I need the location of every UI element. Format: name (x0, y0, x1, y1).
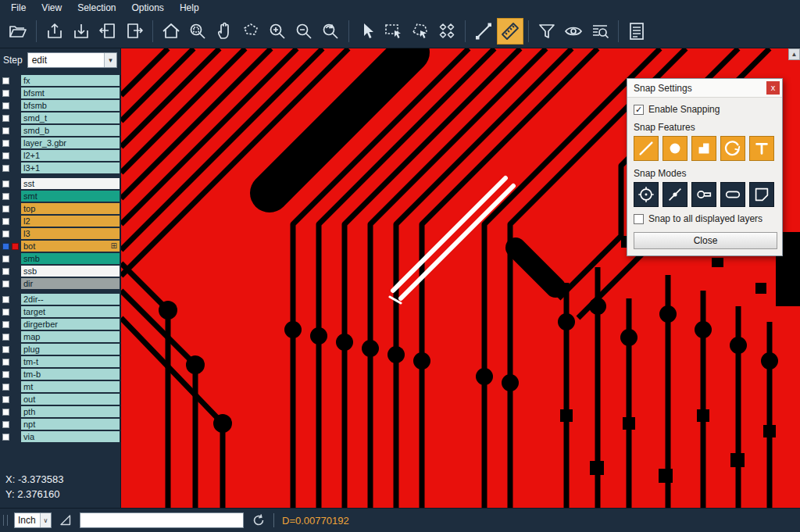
filter-button[interactable] (534, 18, 560, 45)
layer-row-bfsmt[interactable]: bfsmt (0, 87, 120, 98)
snap-feature-pad-button[interactable] (662, 136, 688, 161)
angle-tool-icon[interactable] (59, 514, 72, 527)
layer-label[interactable]: fx (21, 75, 120, 86)
layer-label[interactable]: smt (21, 191, 120, 202)
layer-visible-checkbox[interactable] (2, 243, 9, 250)
menu-help[interactable]: Help (172, 2, 207, 13)
layer-visible-checkbox[interactable] (2, 371, 9, 378)
layer-label[interactable]: ssb (21, 266, 120, 277)
layer-row-top[interactable]: top (0, 203, 120, 214)
layer-row-smb[interactable]: smb (0, 253, 120, 264)
layer-visible-checkbox[interactable] (2, 152, 9, 159)
layer-row-l3+1[interactable]: l3+1 (0, 162, 120, 173)
enable-snapping-checkbox[interactable] (634, 105, 644, 115)
layer-label[interactable]: dirgerber (21, 319, 120, 330)
layer-visible-checkbox[interactable] (2, 205, 9, 212)
layer-label[interactable]: l3+1 (21, 162, 120, 173)
layer-row-tm-b[interactable]: tm-b (0, 369, 120, 380)
command-input[interactable] (80, 512, 244, 528)
layer-row-pth[interactable]: pth (0, 406, 120, 417)
zoom-window-button[interactable] (184, 18, 211, 45)
layer-row-l3[interactable]: l3 (0, 228, 120, 239)
close-icon[interactable]: x (766, 81, 780, 95)
layer-visible-checkbox[interactable] (2, 384, 9, 391)
layer-label[interactable]: target (21, 306, 120, 317)
layer-row-sst[interactable]: sst (0, 178, 120, 189)
layer-row-dir[interactable]: dir (0, 278, 120, 289)
layer-label[interactable]: out (21, 394, 120, 405)
layer-visible-checkbox[interactable] (2, 268, 9, 275)
visibility-button[interactable] (560, 18, 587, 45)
layer-row-ssb[interactable]: ssb (0, 266, 120, 277)
layer-visible-checkbox[interactable] (2, 180, 9, 187)
layer-row-smd_b[interactable]: smd_b (0, 125, 120, 136)
line-tool-button[interactable] (470, 18, 497, 45)
layer-visible-checkbox[interactable] (2, 77, 9, 84)
layer-row-plug[interactable]: plug (0, 344, 120, 355)
layer-visible-checkbox[interactable] (2, 115, 9, 122)
layer-visible-checkbox[interactable] (2, 346, 9, 353)
menu-selection[interactable]: Selection (70, 2, 123, 13)
layer-label[interactable]: smd_t (21, 112, 120, 123)
snap-feature-text-button[interactable] (749, 136, 774, 161)
step-select[interactable]: edit (27, 52, 117, 68)
layer-visible-checkbox[interactable] (2, 434, 9, 441)
chevron-down-icon[interactable] (40, 513, 51, 527)
snap-feature-arc-button[interactable] (720, 136, 745, 161)
snap-mode-slot-button[interactable] (720, 182, 745, 207)
scroll-up-button[interactable] (788, 48, 800, 60)
snap-feature-line-button[interactable] (634, 136, 659, 161)
layer-visible-checkbox[interactable] (2, 165, 9, 172)
layer-row-target[interactable]: target (0, 306, 120, 317)
layer-visible-checkbox[interactable] (2, 421, 9, 428)
layer-visible-checkbox[interactable] (2, 218, 9, 225)
layer-label[interactable]: map (21, 331, 120, 342)
layer-row-bfsmb[interactable]: bfsmb (0, 100, 120, 111)
menu-view[interactable]: View (34, 2, 70, 13)
layer-row-layer_3.gbr[interactable]: layer_3.gbr (0, 137, 120, 148)
layer-visible-checkbox[interactable] (2, 102, 9, 109)
layer-visible-checkbox[interactable] (2, 396, 9, 403)
layer-label[interactable]: bfsmb (21, 100, 120, 111)
layer-visible-checkbox[interactable] (2, 409, 9, 416)
layer-row-via[interactable]: via (0, 431, 120, 442)
home-view-button[interactable] (158, 18, 184, 45)
layer-label[interactable]: plug (21, 344, 120, 355)
layer-label[interactable]: dir (21, 278, 120, 289)
import-button[interactable] (68, 18, 95, 45)
layer-visible-checkbox[interactable] (2, 140, 9, 147)
snap-feature-surface-button[interactable] (691, 136, 716, 161)
layer-label[interactable]: l3 (21, 228, 120, 239)
layer-label[interactable]: tm-t (21, 356, 120, 367)
dialog-title-bar[interactable]: Snap Settings x (627, 79, 782, 98)
poly-select-button[interactable] (407, 18, 434, 45)
zoom-in-button[interactable] (264, 18, 291, 45)
layer-row-l2[interactable]: l2 (0, 216, 120, 227)
snap-mode-corner-button[interactable] (749, 182, 774, 207)
layer-label[interactable]: via (21, 431, 120, 442)
pcb-canvas[interactable]: Snap Settings x Enable Snapping Snap Fea… (121, 48, 800, 508)
layer-visible-checkbox[interactable] (2, 255, 9, 262)
layer-row-npt[interactable]: npt (0, 419, 120, 430)
symbol-select-button[interactable] (434, 18, 460, 45)
layer-row-2dir--[interactable]: 2dir-- (0, 294, 120, 305)
unit-select[interactable]: Inch (14, 512, 52, 528)
snap-mode-point-button[interactable] (662, 182, 688, 207)
menu-options[interactable]: Options (124, 2, 172, 13)
snap-all-layers-checkbox[interactable] (634, 214, 644, 224)
layer-row-out[interactable]: out (0, 394, 120, 405)
layer-label[interactable]: smb (21, 253, 120, 264)
layer-row-fx[interactable]: fx (0, 75, 120, 86)
layer-visible-checkbox[interactable] (2, 321, 9, 328)
layer-label[interactable]: smd_b (21, 125, 120, 136)
open-file-button[interactable] (5, 18, 31, 45)
layer-row-dirgerber[interactable]: dirgerber (0, 319, 120, 330)
layer-row-smd_t[interactable]: smd_t (0, 112, 120, 123)
layer-label[interactable]: pth (21, 406, 120, 417)
layer-label[interactable]: npt (21, 419, 120, 430)
page-next-button[interactable] (121, 18, 148, 45)
layer-label[interactable]: top (21, 203, 120, 214)
pan-hand-button[interactable] (211, 18, 238, 45)
layer-row-l2+1[interactable]: l2+1 (0, 150, 120, 161)
layer-row-mt[interactable]: mt (0, 381, 120, 392)
